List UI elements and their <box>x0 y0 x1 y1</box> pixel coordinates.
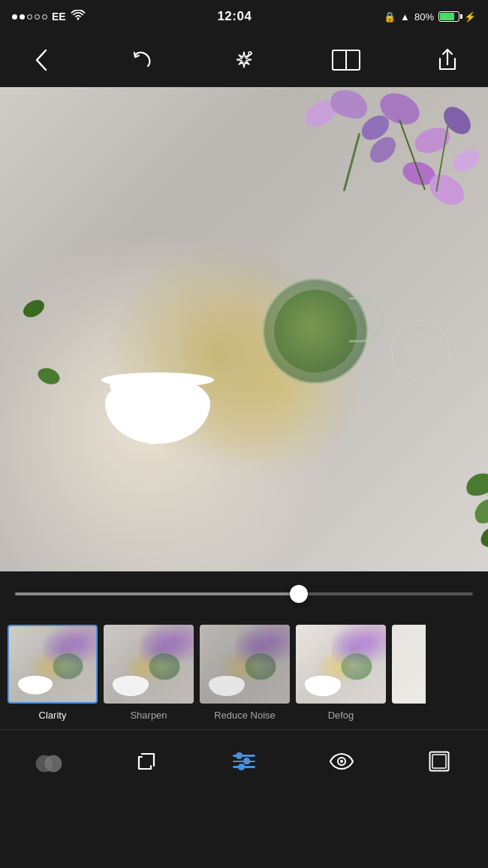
bottom-toolbar <box>0 729 488 793</box>
defog-thumb-inner <box>296 625 386 704</box>
status-time: 12:04 <box>217 9 252 24</box>
slider-fill <box>15 592 299 595</box>
signal-dot-4 <box>35 14 40 20</box>
top-toolbar <box>0 33 488 87</box>
svg-rect-9 <box>432 755 446 768</box>
reduce-noise-thumb-bowl <box>209 676 245 695</box>
adj-line-3 <box>233 766 255 768</box>
flower-7 <box>449 146 483 175</box>
adj-line-2 <box>233 761 255 763</box>
back-button[interactable] <box>24 44 57 77</box>
clarity-thumb-inner <box>9 626 96 702</box>
preview-button[interactable] <box>321 741 363 782</box>
location-icon: ▲ <box>400 11 410 23</box>
filter-thumb-sharpen[interactable] <box>104 625 194 704</box>
carrier-label: EE <box>52 11 66 23</box>
sharpen-thumb-bowl <box>113 676 149 695</box>
stem-1 <box>343 133 361 191</box>
slider-area[interactable] <box>0 571 488 616</box>
filter-thumb-partial[interactable] <box>392 625 426 704</box>
adjust-button[interactable] <box>224 741 265 782</box>
auto-enhance-button[interactable] <box>227 44 261 77</box>
signal-dot-1 <box>12 14 17 20</box>
filter-thumb-reduce-noise[interactable] <box>200 625 290 704</box>
sharpen-thumb-inner <box>104 625 194 704</box>
pot-liquid <box>274 290 357 372</box>
sharpen-thumb-tea <box>149 653 180 680</box>
crop-button[interactable] <box>126 741 167 782</box>
filter-row: Clarity Sharpen Reduce Noise <box>0 616 488 729</box>
reduce-noise-thumb-inner <box>200 625 290 704</box>
photo-area <box>0 87 488 571</box>
filter-item-defog[interactable]: Defog <box>296 625 386 721</box>
signal-dot-2 <box>20 14 25 20</box>
filter-item-sharpen[interactable]: Sharpen <box>104 625 194 721</box>
battery-percent: 80% <box>414 11 434 23</box>
small-glass <box>390 320 450 380</box>
filter-label-defog: Defog <box>328 710 354 721</box>
tea-bowl <box>98 346 218 444</box>
filter-label-clarity: Clarity <box>39 710 67 721</box>
battery <box>438 11 459 22</box>
compare-button[interactable] <box>330 44 363 77</box>
slider-thumb[interactable] <box>290 585 308 603</box>
clarity-thumb-tea <box>53 653 83 679</box>
filter-label-sharpen: Sharpen <box>130 710 167 721</box>
layers-button[interactable] <box>29 741 70 782</box>
defog-thumb-bowl <box>305 676 341 695</box>
reduce-noise-thumb-tea <box>245 653 276 680</box>
adjust-icon <box>233 755 255 768</box>
charge-icon: ⚡ <box>464 11 476 23</box>
pot-handle <box>349 297 383 342</box>
filter-label-reduce-noise: Reduce Noise <box>214 710 276 721</box>
undo-button[interactable] <box>126 44 159 77</box>
status-left: EE <box>12 10 86 23</box>
svg-point-7 <box>340 760 343 763</box>
lock-icon: 🔒 <box>384 11 396 23</box>
bowl-body <box>105 376 210 444</box>
svg-point-5 <box>45 755 62 772</box>
filter-thumb-defog[interactable] <box>296 625 386 704</box>
signal-dot-3 <box>27 14 32 20</box>
filter-item-partial[interactable]: E <box>392 625 426 721</box>
wifi-icon <box>71 10 86 23</box>
status-right: 🔒 ▲ 80% ⚡ <box>384 11 476 23</box>
adj-line-1 <box>233 755 255 757</box>
clarity-thumb-bowl <box>18 676 53 695</box>
battery-fill <box>440 13 454 20</box>
status-bar: EE 12:04 🔒 ▲ 80% ⚡ <box>0 0 488 33</box>
filter-item-reduce-noise[interactable]: Reduce Noise <box>200 625 290 721</box>
filter-item-clarity[interactable]: Clarity <box>8 625 98 721</box>
share-button[interactable] <box>431 44 464 77</box>
signal-dots <box>12 14 47 20</box>
slider-track[interactable] <box>15 592 473 595</box>
svg-point-0 <box>77 18 79 20</box>
battery-container <box>438 11 459 22</box>
teapot <box>248 267 383 395</box>
filter-thumb-clarity[interactable] <box>8 625 98 704</box>
frame-button[interactable] <box>419 741 460 782</box>
flower-2 <box>327 87 370 122</box>
defog-thumb-tea <box>341 653 372 680</box>
signal-dot-5 <box>42 14 47 20</box>
